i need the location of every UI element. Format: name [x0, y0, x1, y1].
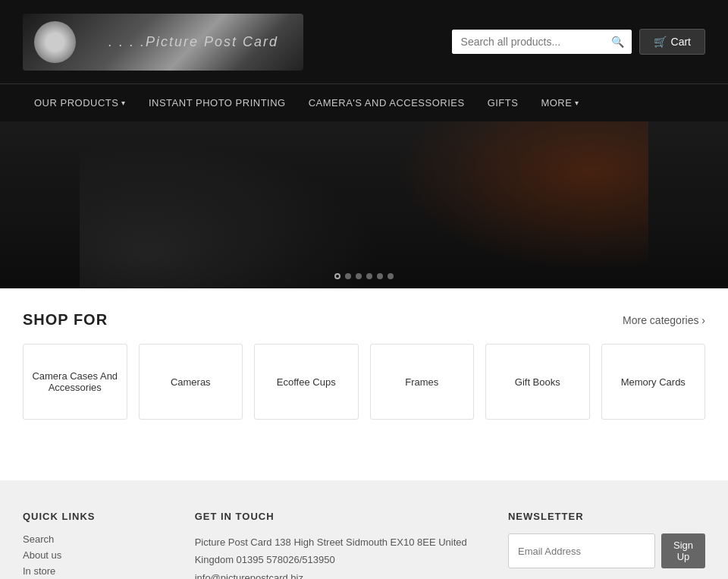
newsletter-row: Sign Up — [508, 533, 705, 568]
footer: QUICK LINKS Search About us In store Del… — [0, 480, 728, 579]
search-bar: 🔍 — [452, 30, 632, 54]
email-text: info@picturepostcard.biz — [195, 569, 478, 579]
categories-grid: Camera Cases And Accessories Cameras Eco… — [23, 344, 705, 420]
category-card-cameras[interactable]: Cameras — [139, 344, 243, 420]
logo-circle-decoration — [34, 21, 76, 63]
main-nav: OUR PRODUCTS ▾ INSTANT PHOTO PRINTING CA… — [0, 83, 728, 121]
quick-links-heading: QUICK LINKS — [23, 511, 165, 522]
footer-link-about[interactable]: About us — [23, 549, 165, 561]
footer-quick-links: QUICK LINKS Search About us In store Del… — [23, 511, 165, 579]
hero-light-right — [364, 121, 648, 288]
footer-top: QUICK LINKS Search About us In store Del… — [23, 511, 705, 579]
logo-area: . . . .Picture Post Card — [23, 14, 303, 71]
email-input[interactable] — [508, 533, 655, 568]
nav-item-more[interactable]: MORE ▾ — [529, 84, 591, 122]
newsletter-heading: NEWSLETTER — [508, 511, 705, 522]
cart-icon: 🛒 — [654, 36, 667, 48]
footer-get-in-touch: GET IN TOUCH Picture Post Card 138 High … — [195, 511, 478, 579]
search-input[interactable] — [452, 30, 604, 54]
address-text: Picture Post Card 138 High Street Sidmou… — [195, 533, 478, 569]
header: . . . .Picture Post Card 🔍 🛒 Cart — [0, 0, 728, 83]
hero-dot-6[interactable] — [388, 273, 394, 279]
cart-label: Cart — [671, 36, 691, 48]
more-categories-link[interactable]: More categories › — [623, 314, 705, 326]
hero-dot-2[interactable] — [345, 273, 351, 279]
get-in-touch-heading: GET IN TOUCH — [195, 511, 478, 522]
nav-item-our-products[interactable]: OUR PRODUCTS ▾ — [23, 84, 137, 122]
spacer — [0, 435, 728, 480]
nav-item-instant-photo[interactable]: INSTANT PHOTO PRINTING — [137, 84, 297, 122]
signup-button[interactable]: Sign Up — [661, 533, 705, 568]
logo-image[interactable]: . . . .Picture Post Card — [23, 14, 303, 71]
chevron-down-icon: ▾ — [575, 99, 579, 107]
category-card-camera-cases[interactable]: Camera Cases And Accessories — [23, 344, 127, 420]
chevron-down-icon: ▾ — [121, 99, 126, 107]
category-card-gift-books[interactable]: Gift Books — [485, 344, 590, 420]
category-card-frames[interactable]: Frames — [370, 344, 475, 420]
footer-newsletter: NEWSLETTER Sign Up — [508, 511, 705, 579]
category-card-ecoffee[interactable]: Ecoffee Cups — [254, 344, 359, 420]
footer-link-in-store[interactable]: In store — [23, 565, 165, 577]
nav-item-gifts[interactable]: GIFTS — [476, 84, 530, 122]
logo-text: . . . .Picture Post Card — [108, 34, 278, 50]
shop-section: SHOP FOR More categories › Camera Cases … — [0, 288, 728, 435]
hero-dot-3[interactable] — [356, 273, 362, 279]
nav-item-cameras[interactable]: CAMERA'S AND ACCESSORIES — [297, 84, 476, 122]
shop-title: SHOP FOR — [23, 311, 108, 329]
search-icon: 🔍 — [611, 36, 624, 48]
header-right: 🔍 🛒 Cart — [452, 29, 705, 55]
search-button[interactable]: 🔍 — [604, 30, 632, 54]
cart-button[interactable]: 🛒 Cart — [639, 29, 705, 55]
hero-dots — [334, 273, 394, 279]
footer-link-search[interactable]: Search — [23, 533, 165, 545]
hero-dot-1[interactable] — [334, 273, 340, 279]
hero-banner — [0, 121, 728, 288]
category-card-memory-cards[interactable]: Memory Cards — [601, 344, 706, 420]
hero-dot-5[interactable] — [377, 273, 383, 279]
shop-header: SHOP FOR More categories › — [23, 311, 705, 329]
hero-inner — [80, 121, 648, 288]
hero-dot-4[interactable] — [366, 273, 372, 279]
